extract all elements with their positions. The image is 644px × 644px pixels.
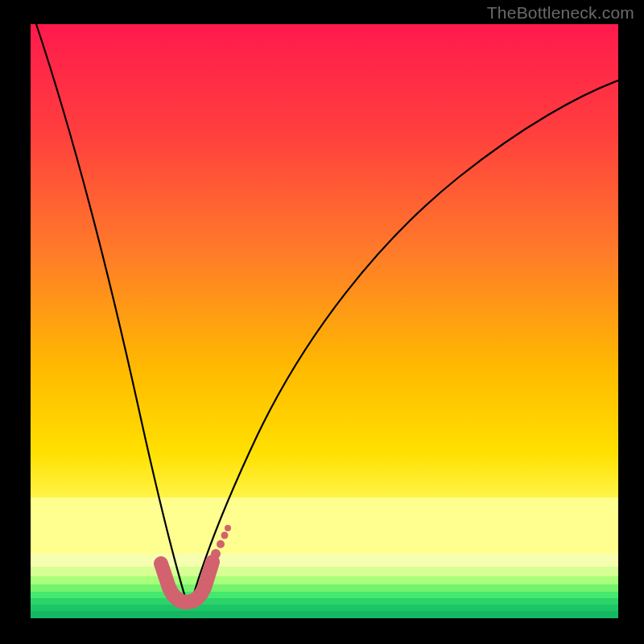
band-4 bbox=[31, 584, 618, 592]
band-3 bbox=[31, 576, 618, 584]
highlight-dot bbox=[221, 532, 229, 539]
band-5 bbox=[31, 592, 618, 598]
band-6 bbox=[31, 598, 618, 605]
highlight-dot bbox=[211, 549, 221, 559]
frame-left bbox=[0, 0, 31, 644]
band-1 bbox=[31, 554, 618, 567]
chart-svg bbox=[0, 0, 644, 644]
highlight-dot bbox=[217, 540, 225, 548]
band-2 bbox=[31, 567, 618, 576]
highlight-dot bbox=[225, 525, 231, 531]
band-7 bbox=[31, 605, 618, 611]
watermark-text: TheBottleneck.com bbox=[487, 3, 634, 23]
band-8 bbox=[31, 611, 618, 618]
band-pale-yellow bbox=[31, 497, 618, 554]
frame-right bbox=[618, 0, 644, 644]
chart-frame: TheBottleneck.com bbox=[0, 0, 644, 644]
frame-bottom bbox=[0, 618, 644, 644]
